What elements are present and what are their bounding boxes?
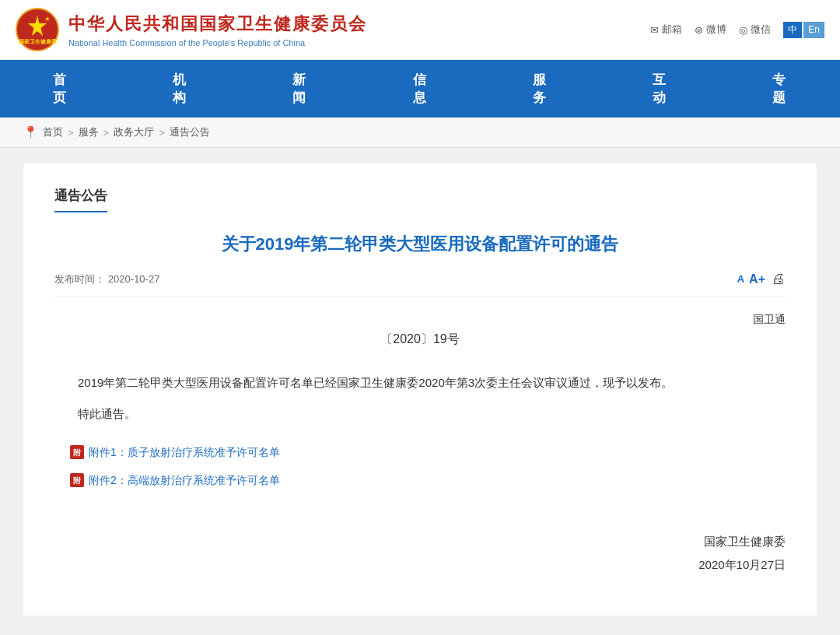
nav-item-news[interactable]: 新闻 [240,60,360,118]
lang-switch: 中 En [783,22,824,38]
attachment-icon-1: 附 [70,445,84,459]
nav-item-special[interactable]: 专题 [720,60,840,118]
attachment-item-1[interactable]: 附 附件1：质子放射治疗系统准予许可名单 [70,441,786,463]
nav-item-org[interactable]: 机构 [120,60,240,118]
main-nav: 首页 机构 新闻 信息 服务 互动 专题 [0,60,840,118]
breadcrumb-current: 通告公告 [170,125,210,139]
weibo-icon: ⊚ [695,24,703,36]
svg-text:附: 附 [73,476,82,485]
article-footer: 国家卫生健康委 2020年10月27日 [54,530,786,577]
location-icon: 📍 [23,125,38,139]
doc-number-center: 〔2020〕19号 [54,332,786,348]
weixin-icon: ◎ [739,24,747,36]
weibo-label: 微博 [706,23,726,37]
breadcrumb-gov-hall[interactable]: 政务大厅 [114,125,154,139]
font-increase-button[interactable]: A+ [749,272,765,286]
svg-text:国家卫生健康委: 国家卫生健康委 [19,38,58,45]
article-body: 2019年第二轮甲类大型医用设备配置许可名单已经国家卫生健康委2020年第3次委… [54,371,786,491]
nav-item-service[interactable]: 服务 [480,60,600,118]
lang-zh-button[interactable]: 中 [783,22,802,38]
breadcrumb-sep-1: > [68,127,74,139]
header-right: ✉ 邮箱 ⊚ 微博 ◎ 微信 中 En [650,22,824,38]
attachment-icon-2: 附 [70,473,84,487]
attachment-item-2[interactable]: 附 附件2：高端放射治疗系统准予许可名单 [70,469,786,491]
article-date-label: 发布时间： [54,273,105,285]
email-label: 邮箱 [662,23,682,37]
breadcrumb: 📍 首页 > 服务 > 政务大厅 > 通告公告 [0,118,840,148]
body-paragraph-2: 特此通告。 [54,402,786,426]
section-heading: 通告公告 [54,187,107,212]
footer-date: 2020年10月27日 [54,553,786,577]
breadcrumb-service[interactable]: 服务 [79,125,99,139]
print-button[interactable]: 🖨 [772,271,786,287]
weixin-link[interactable]: ◎ 微信 [739,23,771,37]
header: 国家卫生健康委 中华人民共和国国家卫生健康委员会 National Health… [0,0,840,60]
header-title: 中华人民共和国国家卫生健康委员会 National Health Commiss… [68,12,367,47]
nav-item-interact[interactable]: 互动 [600,60,719,118]
emblem-icon: 国家卫生健康委 [16,8,59,51]
nav-item-info[interactable]: 信息 [360,60,480,118]
footer-org: 国家卫生健康委 [54,530,786,553]
breadcrumb-home[interactable]: 首页 [43,125,63,139]
article-meta: 发布时间： 2020-10-27 A A+ 🖨 [54,271,786,297]
email-icon: ✉ [650,24,659,36]
org-name-en: National Health Commission of the People… [68,38,367,47]
email-link[interactable]: ✉ 邮箱 [650,23,682,37]
attachment-label-2: 附件2：高端放射治疗系统准予许可名单 [89,469,280,491]
font-control: A A+ [737,272,765,286]
nav-item-home[interactable]: 首页 [0,60,120,118]
org-name-cn: 中华人民共和国国家卫生健康委员会 [68,12,367,36]
main-wrapper: 通告公告 关于2019年第二轮甲类大型医用设备配置许可的通告 发布时间： 202… [0,148,840,631]
font-decrease-button[interactable]: A [737,273,744,285]
article-date-block: 发布时间： 2020-10-27 [54,272,159,286]
breadcrumb-sep-3: > [159,127,165,139]
weibo-link[interactable]: ⊚ 微博 [695,23,726,37]
lang-en-button[interactable]: En [803,22,824,38]
article-date-value: 2020-10-27 [108,273,160,285]
article-title: 关于2019年第二轮甲类大型医用设备配置许可的通告 [54,231,786,257]
doc-number-right: 国卫通 [54,313,786,327]
weixin-label: 微信 [751,23,771,37]
breadcrumb-sep-2: > [103,127,110,139]
attachments: 附 附件1：质子放射治疗系统准予许可名单 附 附件2：高端放射治疗系统准予许可名… [70,441,786,491]
content-card: 通告公告 关于2019年第二轮甲类大型医用设备配置许可的通告 发布时间： 202… [23,163,817,616]
article-tools: A A+ 🖨 [737,271,786,287]
attachment-label-1: 附件1：质子放射治疗系统准予许可名单 [89,441,280,463]
svg-text:附: 附 [73,448,82,457]
body-paragraph-1: 2019年第二轮甲类大型医用设备配置许可名单已经国家卫生健康委2020年第3次委… [54,371,786,395]
header-left: 国家卫生健康委 中华人民共和国国家卫生健康委员会 National Health… [16,8,367,51]
